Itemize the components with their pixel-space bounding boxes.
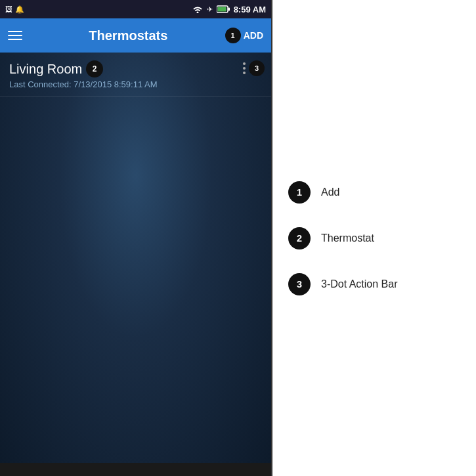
annotation-label: Thermostat: [321, 232, 374, 244]
status-bar: 🖼 🔔 ✈ 8:59 AM: [0, 0, 271, 18]
svg-rect-1: [228, 8, 230, 11]
status-time: 8:59 AM: [234, 5, 266, 14]
thermostat-name: Living Room: [9, 62, 82, 77]
thermostat-name-row: Living Room 2: [9, 60, 262, 77]
thermostat-badge: 2: [86, 60, 103, 77]
annotation-badge: 1: [288, 181, 311, 204]
annotation-item: 2 Thermostat: [288, 227, 460, 249]
three-dot-badge: 3: [249, 60, 265, 76]
last-connected-text: Last Connected: 7/13/2015 8:59:11 AM: [9, 79, 262, 89]
three-dot-area: 3: [243, 60, 265, 76]
image-icon: 🖼: [5, 5, 12, 13]
app-bar-title: Thermostats: [32, 28, 225, 43]
notification-icon: 🔔: [15, 5, 24, 14]
airplane-icon: ✈: [207, 5, 213, 14]
status-right-icons: ✈ 8:59 AM: [192, 5, 266, 14]
svg-rect-2: [217, 7, 226, 12]
wifi-icon: [192, 5, 203, 13]
battery-icon: [217, 5, 230, 13]
phone-frame: 🖼 🔔 ✈ 8:59 AM Thermostats: [0, 0, 272, 476]
annotation-badge: 2: [288, 227, 311, 249]
annotation-item: 1 Add: [288, 181, 460, 204]
annotation-label: 3-Dot Action Bar: [321, 278, 398, 290]
add-button[interactable]: ADD: [244, 30, 263, 41]
app-bar: Thermostats 1 ADD: [0, 18, 271, 53]
annotation-panel: 1 Add 2 Thermostat 3 3-Dot Action Bar: [272, 0, 476, 476]
add-badge: 1: [225, 28, 241, 43]
three-dot-action-bar[interactable]: [243, 62, 246, 74]
hamburger-menu-button[interactable]: [8, 31, 32, 40]
add-button-container: 1 ADD: [225, 28, 263, 43]
content-area: Living Room 2 Last Connected: 7/13/2015 …: [0, 53, 271, 463]
annotation-label: Add: [321, 186, 339, 198]
annotation-badge: 3: [288, 273, 311, 295]
status-left-icons: 🖼 🔔: [5, 5, 24, 14]
annotation-item: 3 3-Dot Action Bar: [288, 273, 460, 295]
thermostat-item[interactable]: Living Room 2 Last Connected: 7/13/2015 …: [0, 53, 271, 97]
bottom-bar: [0, 463, 271, 476]
